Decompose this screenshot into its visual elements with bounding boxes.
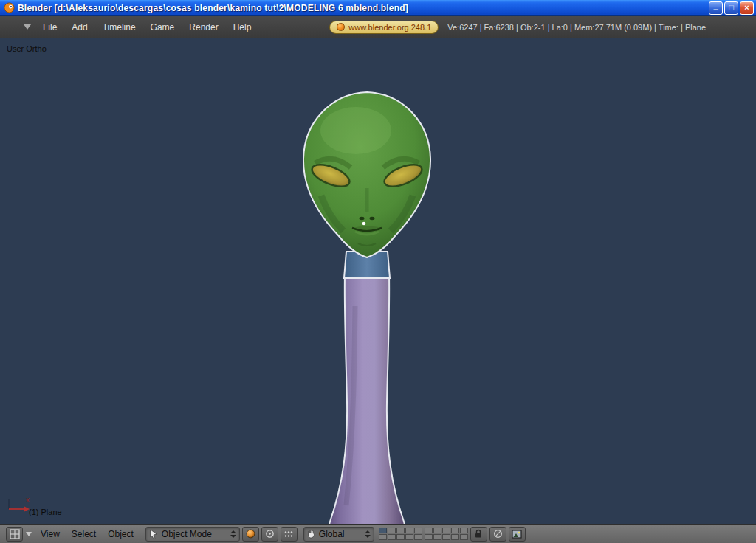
manipulator-dots-icon [284, 530, 294, 539]
layer-button[interactable] [405, 528, 413, 533]
layer-button[interactable] [425, 528, 433, 533]
editor-type-button[interactable] [6, 527, 23, 542]
draw-type-button[interactable] [242, 527, 259, 542]
blender-badge-icon [337, 23, 345, 31]
manipulator-button[interactable] [281, 527, 298, 542]
scene-stats: Ve:6247 | Fa:6238 | Ob:2-1 | La:0 | Mem:… [447, 23, 706, 32]
version-badge[interactable]: www.blender.org 248.1 [329, 21, 439, 34]
layer-button[interactable] [414, 534, 422, 540]
active-object-label: (1) Plane [29, 508, 62, 516]
pivot-icon [265, 529, 275, 539]
layer-buttons-group-2 [425, 528, 468, 540]
menu-select[interactable]: Select [66, 529, 102, 539]
orientation-label: Global [319, 529, 358, 539]
bottom-menubar: View Select Object Object Mode [0, 524, 756, 543]
menu-object[interactable]: Object [102, 529, 140, 539]
menu-help[interactable]: Help [226, 19, 259, 35]
chevron-down-icon[interactable] [24, 24, 31, 30]
menu-add[interactable]: Add [64, 19, 94, 35]
layer-button[interactable] [442, 528, 450, 533]
layer-button[interactable] [442, 534, 450, 540]
alien-model[interactable] [278, 85, 456, 524]
mode-label: Object Mode [162, 529, 224, 539]
layer-button[interactable] [414, 528, 422, 533]
draw-type-icon [246, 529, 255, 539]
layer-button[interactable] [433, 528, 441, 533]
image-icon [512, 530, 522, 539]
menu-render[interactable]: Render [182, 19, 225, 35]
menu-game[interactable]: Game [143, 19, 182, 35]
layer-button[interactable] [433, 534, 441, 540]
layer-button[interactable] [388, 528, 396, 533]
menu-file[interactable]: File [35, 19, 64, 35]
layer-button[interactable] [460, 534, 468, 540]
layer-button[interactable] [396, 528, 405, 533]
blender-window: { "window": { "title": "Blender [d:\\Ale… [0, 0, 756, 543]
axis-x-label: x [26, 496, 30, 504]
mode-select[interactable]: Object Mode [145, 527, 240, 542]
chevron-down-icon[interactable] [26, 532, 32, 536]
layer-button[interactable] [451, 534, 459, 540]
pivot-button[interactable] [261, 527, 278, 542]
editor-grid-icon [10, 529, 20, 539]
version-badge-label: www.blender.org 248.1 [348, 23, 431, 32]
close-button[interactable]: × [740, 1, 754, 15]
layer-button[interactable] [379, 534, 387, 540]
layer-buttons-group-1 [379, 528, 422, 540]
minimize-button[interactable]: _ [709, 1, 723, 15]
3d-viewport[interactable]: User Ortho [0, 38, 756, 524]
layer-button[interactable] [379, 528, 387, 533]
proportional-edit-icon [493, 529, 503, 539]
proportional-edit-button[interactable] [489, 527, 506, 542]
maximize-button[interactable]: □ [724, 1, 738, 15]
object-mode-icon [149, 529, 158, 539]
combo-arrows-icon [230, 530, 236, 538]
layer-button[interactable] [460, 528, 468, 533]
top-menubar: File Add Timeline Game Render Help www.b… [0, 16, 756, 38]
layer-button[interactable] [451, 528, 459, 533]
view-mode-label: User Ortho [7, 44, 47, 53]
window-titlebar: Blender [d:\Aleksaurio\descargas\cosas b… [0, 0, 756, 16]
menu-view[interactable]: View [35, 529, 66, 539]
window-title: Blender [d:\Aleksaurio\descargas\cosas b… [18, 3, 707, 13]
hand-icon [307, 529, 315, 539]
render-preview-button[interactable] [509, 527, 526, 542]
lock-icon [474, 529, 483, 539]
menu-timeline[interactable]: Timeline [95, 19, 143, 35]
blender-logo-icon [4, 2, 15, 13]
layer-button[interactable] [425, 534, 433, 540]
layer-button[interactable] [396, 534, 405, 540]
lock-button[interactable] [470, 527, 487, 542]
layer-button[interactable] [405, 534, 413, 540]
orientation-select[interactable]: Global [303, 527, 374, 542]
combo-arrows-icon [365, 530, 371, 538]
layer-button[interactable] [388, 534, 396, 540]
